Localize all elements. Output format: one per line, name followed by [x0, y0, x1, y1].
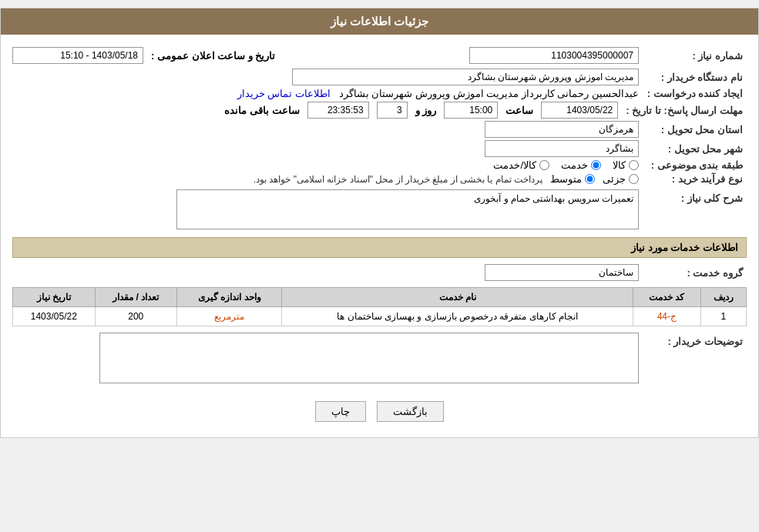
radio-kala: کالا [613, 159, 639, 171]
mohlat-baqimande-input[interactable] [307, 102, 369, 119]
radio-kala-label: کالا [613, 159, 626, 171]
shomara-input[interactable] [469, 47, 639, 64]
radio-motosat-label: متوسط [550, 173, 582, 185]
sharh-textarea[interactable]: تعمیرات سرویس بهداشتی حمام و آبخوری [176, 189, 639, 229]
ijad-value: عبدالحسین رحمانی کاربرداز مدیریت اموزش و… [339, 88, 639, 99]
mohlat-label: مهلت ارسال پاسخ: تا تاریخ : [626, 105, 747, 116]
cell-nam: انجام کارهای متفرقه درخصوص بازسازی و بهس… [282, 307, 633, 326]
radio-khadamat: خدمت [561, 159, 601, 171]
mohlat-saat-label: ساعت [505, 105, 533, 116]
tarikh-input[interactable] [12, 47, 143, 64]
noe-label: نوع فرآیند خرید : [646, 173, 747, 185]
cell-kod: ج-44 [633, 307, 701, 326]
mohlat-date-input[interactable] [541, 102, 618, 119]
page-wrapper: جزئیات اطلاعات نیاز شماره نیاز : تاریخ و… [0, 8, 759, 438]
col-tedad: تعداد / مقدار [95, 288, 176, 307]
col-vahed: واحد اندازه گیری [177, 288, 282, 307]
grohe-khadamat-label: گروه خدمت : [646, 267, 747, 279]
col-tarikh: تاریخ نیاز [13, 288, 96, 307]
mohlat-baqimande-label: ساعت باقی مانده [224, 105, 299, 116]
ostan-label: استان محل تحویل : [646, 124, 747, 136]
shahr-label: شهر محل تحویل : [646, 143, 747, 155]
btn-chap[interactable]: چاپ [315, 401, 366, 422]
mohlat-roz-label: روز و [415, 105, 437, 116]
sharh-label: شرح کلی نیاز : [646, 189, 747, 204]
radio-khadamat-input[interactable] [591, 160, 601, 170]
col-nam: نام خدمت [282, 288, 633, 307]
ijad-label: ایجاد کننده درخواست : [646, 88, 747, 99]
nam-dastgah-label: نام دستگاه خریدار : [646, 72, 747, 83]
ostan-input[interactable] [485, 121, 639, 138]
col-kod: کد خدمت [633, 288, 701, 307]
radio-khadamat-label: خدمت [561, 159, 588, 171]
tarikh-label: تاریخ و ساعت اعلان عمومی : [151, 50, 275, 62]
page-header: جزئیات اطلاعات نیاز [1, 8, 758, 35]
radio-kala-input[interactable] [629, 160, 639, 170]
nam-dastgah-input[interactable] [292, 69, 639, 85]
content-area: شماره نیاز : تاریخ و ساعت اعلان عمومی : … [1, 35, 758, 437]
mohlat-roz-input[interactable] [377, 102, 408, 119]
radio-motosat: متوسط [550, 173, 595, 185]
radio-motosat-input[interactable] [585, 174, 595, 184]
noe-text: پرداخت تمام یا بخشی از مبلغ خریدار از مح… [254, 174, 542, 185]
ijad-link[interactable]: اطلاعات تماس خریدار [237, 88, 331, 99]
shahr-input[interactable] [485, 140, 639, 157]
cell-tarikh: 1403/05/22 [13, 307, 96, 326]
header-title: جزئیات اطلاعات نیاز [331, 15, 428, 28]
services-section-title: اطلاعات خدمات مورد نیاز [12, 237, 747, 258]
radio-kala-khadamat-label: کالا/خدمت [493, 159, 536, 171]
radio-jozei-label: جزئی [603, 173, 626, 185]
btn-bazgasht[interactable]: بازگشت [377, 401, 444, 422]
radio-kala-khadamat-input[interactable] [539, 160, 549, 170]
buyer-desc-textarea[interactable] [99, 333, 639, 383]
cell-tedad: 200 [95, 307, 176, 326]
services-table: ردیف کد خدمت نام خدمت واحد اندازه گیری ت… [12, 287, 747, 326]
table-row: 1 ج-44 انجام کارهای متفرقه درخصوص بازساز… [13, 307, 747, 326]
shomara-label: شماره نیاز : [646, 50, 747, 62]
buyer-desc-label: توضیحات خریدار : [646, 333, 747, 347]
radio-jozei: جزئی [603, 173, 639, 185]
radio-kala-khadamat: کالا/خدمت [493, 159, 549, 171]
grohe-khadamat-input[interactable] [485, 264, 639, 281]
cell-radif: 1 [700, 307, 746, 326]
radio-jozei-input[interactable] [629, 174, 639, 184]
mohlat-saat-input[interactable] [444, 102, 498, 119]
col-radif: ردیف [700, 288, 746, 307]
cell-vahed: مترمربع [177, 307, 282, 326]
button-row: بازگشت چاپ [12, 390, 747, 430]
tabagheh-label: طبقه بندی موضوعی : [646, 159, 747, 171]
